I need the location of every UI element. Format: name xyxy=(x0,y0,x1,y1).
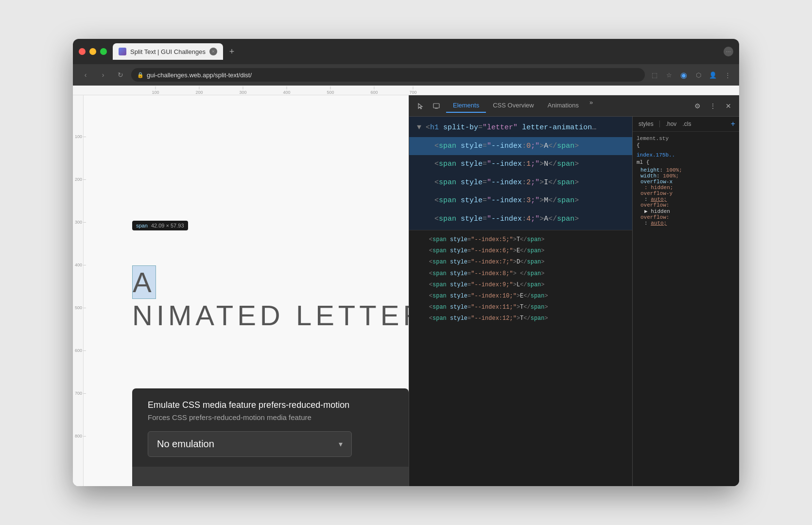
span-index-1-line[interactable]: <span style="--index:1;">N</span> xyxy=(409,155,632,174)
select-element-icon[interactable] xyxy=(413,98,429,114)
style-overflow-2: overflow: xyxy=(637,214,735,220)
styles-panel: styles .hov .cls + lement.sty { index.1 xyxy=(632,117,739,486)
styles-content: lement.sty { index.175b.. ml { height: 1… xyxy=(633,132,739,486)
tooltip-tag: span xyxy=(136,223,148,228)
v-ruler-100: 100 xyxy=(75,134,83,139)
devtools-header: Elements CSS Overview Animations » ⚙ ⋮ ✕ xyxy=(409,95,739,117)
bookmark-icon[interactable]: ☆ xyxy=(663,69,675,81)
profile-icon[interactable]: 👤 xyxy=(707,69,719,81)
small-span-5[interactable]: <span style="--index:5;">T</span> xyxy=(409,234,632,245)
style-overflow-x-val: : hidden; xyxy=(637,185,735,191)
ruler-container: 100 200 300 400 500 600 700 xyxy=(73,86,739,95)
ruler-top: 100 200 300 400 500 600 700 xyxy=(73,86,739,95)
tab-favicon xyxy=(119,48,126,55)
devtools-settings-icon[interactable]: ⚙ xyxy=(691,99,704,113)
emulation-popup-subtitle: Forces CSS prefers-reduced-motion media … xyxy=(148,413,393,421)
ruler-mark-500: 500 xyxy=(327,87,334,95)
close-button[interactable] xyxy=(79,48,86,55)
v-ruler-600: 600 xyxy=(75,348,83,353)
small-span-7[interactable]: <span style="--index:7;">D</span> xyxy=(409,257,632,268)
cast-icon[interactable]: ⬚ xyxy=(649,69,660,81)
ruler-mark-600: 600 xyxy=(370,87,378,95)
devtools-header-right: ⚙ ⋮ ✕ xyxy=(691,99,735,113)
style-overflow-y-val: : auto; xyxy=(637,196,735,202)
devtools-close-icon[interactable]: ✕ xyxy=(722,99,735,113)
active-tab[interactable]: Split Text | GUI Challenges ✕ xyxy=(113,43,223,60)
style-brace-open: { xyxy=(637,142,735,148)
tab-animations[interactable]: Animations xyxy=(541,99,586,113)
menu-icon[interactable]: ⋮ xyxy=(722,69,733,81)
style-block-1: index.175b.. ml { height: 100%; width: 1… xyxy=(637,152,735,226)
span-index-4-line[interactable]: <span style="--index:4;">A</span> xyxy=(409,210,632,228)
style-height: height: 100%; xyxy=(637,167,735,173)
styles-label: styles xyxy=(637,120,656,128)
url-input[interactable]: 🔒 gui-challenges.web.app/split-text/dist… xyxy=(131,68,645,82)
tooltip-dims: 42.09 × 57.93 xyxy=(151,223,184,228)
letter-T3: T xyxy=(359,299,380,331)
tab-elements[interactable]: Elements xyxy=(446,99,486,113)
back-button[interactable]: ‹ xyxy=(79,68,92,82)
h1-element-line[interactable]: ▼ <h1 split-by="letter" letter-animation… xyxy=(409,119,632,137)
divider xyxy=(659,121,660,127)
browser-content: 100 200 300 400 500 600 700 100 200 300 … xyxy=(73,86,739,486)
small-span-9[interactable]: <span style="--index:9;">L</span> xyxy=(409,280,632,291)
letter-E3: E xyxy=(380,299,403,331)
span-index-2-line[interactable]: <span style="--index:2;">I</span> xyxy=(409,174,632,192)
ruler-left: 100 200 300 400 500 600 700 800 xyxy=(73,95,84,486)
ruler-mark-700: 700 xyxy=(409,87,416,95)
style-overflow-auto: : auto; xyxy=(637,220,735,226)
chrome-icon[interactable]: ◉ xyxy=(678,69,690,81)
minimize-button[interactable] xyxy=(89,48,96,55)
span-index-0-line[interactable]: <span style="--index:0;">A</span> xyxy=(409,137,632,156)
v-ruler-500: 500 xyxy=(75,305,83,310)
devtools-content: ▼ <h1 split-by="letter" letter-animation… xyxy=(409,117,739,486)
small-span-10[interactable]: <span style="--index:10;">E</span> xyxy=(409,291,632,302)
new-tab-button[interactable]: + xyxy=(225,45,239,58)
style-selector: ml { xyxy=(637,159,735,165)
small-span-8[interactable]: <span style="--index:8;"> </span> xyxy=(409,268,632,280)
letter-I: I xyxy=(156,299,168,331)
style-file-ref[interactable]: index.175b.. xyxy=(637,152,735,158)
title-bar-right: ⋯ xyxy=(724,47,733,56)
url-bar: ‹ › ↻ 🔒 gui-challenges.web.app/split-tex… xyxy=(73,64,739,86)
span-index-3-line[interactable]: <span style="--index:3;">M</span> xyxy=(409,192,632,210)
devtools-more-icon[interactable]: ⋮ xyxy=(706,99,720,113)
letter-A-highlighted: A xyxy=(132,265,156,299)
device-toggle-icon[interactable] xyxy=(429,98,444,114)
maximize-button[interactable] xyxy=(100,48,107,55)
ruler-mark-100: 100 xyxy=(152,87,159,95)
more-tabs-button[interactable]: » xyxy=(586,99,597,113)
small-span-12[interactable]: <span style="--index:12;">T</span> xyxy=(409,313,632,324)
extensions-icon[interactable]: ⬡ xyxy=(692,69,704,81)
ruler-mark-300: 300 xyxy=(239,87,246,95)
style-width: width: 100%; xyxy=(637,173,735,179)
letter-E: E xyxy=(237,299,260,331)
style-overflow-y: overflow-y xyxy=(637,191,735,196)
reload-button[interactable]: ↻ xyxy=(114,68,127,82)
cls-tab[interactable]: .cls xyxy=(680,120,693,128)
style-overflow-triangle: ▶ hidden xyxy=(637,208,735,214)
letter-D: D xyxy=(260,299,284,331)
tab-css-overview[interactable]: CSS Overview xyxy=(486,99,541,113)
v-ruler-400: 400 xyxy=(75,262,83,267)
settings-icon[interactable]: ⋯ xyxy=(724,47,733,56)
hov-tab[interactable]: .hov xyxy=(664,120,679,128)
emulation-select[interactable]: No emulation ▾ xyxy=(148,431,352,457)
forward-button[interactable]: › xyxy=(96,68,110,82)
tab-close-icon[interactable]: ✕ xyxy=(209,48,217,55)
letter-N: N xyxy=(132,299,156,331)
letter-A2: A xyxy=(195,299,216,331)
small-span-6[interactable]: <span style="--index:6;">E</span> xyxy=(409,245,632,257)
tab-label: Split Text | GUI Challenges xyxy=(130,48,206,55)
traffic-lights xyxy=(79,48,107,55)
page-content: span 42.09 × 57.93 ANIMATED LETTERS Forc… xyxy=(84,95,409,486)
styles-header: styles .hov .cls + xyxy=(633,117,739,132)
add-style-icon[interactable]: + xyxy=(731,120,735,128)
small-span-11[interactable]: <span style="--index:11;">T</span> xyxy=(409,302,632,313)
title-bar: Split Text | GUI Challenges ✕ + ⋯ xyxy=(73,39,739,64)
svg-rect-0 xyxy=(433,104,439,108)
ruler-mark-400: 400 xyxy=(283,87,290,95)
style-source-element: lement.sty xyxy=(637,136,735,141)
letter-M: M xyxy=(168,299,195,331)
style-overflow-prop: overflow: xyxy=(637,202,735,208)
